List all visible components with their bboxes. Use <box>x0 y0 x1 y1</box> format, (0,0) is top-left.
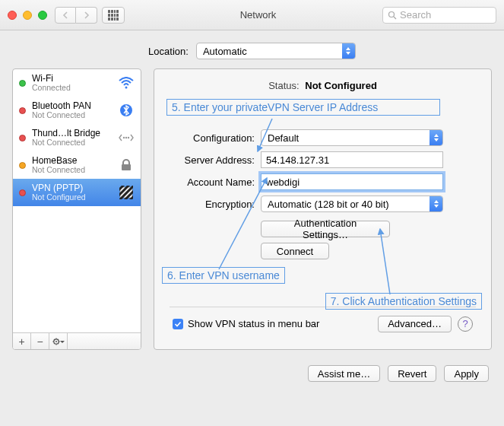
server-address-row: Server Address: <box>170 151 476 168</box>
encryption-label: Encryption: <box>170 199 255 210</box>
svg-line-1 <box>394 17 396 19</box>
help-button[interactable]: ? <box>458 316 473 332</box>
add-service-button[interactable]: + <box>13 333 31 349</box>
sidebar-toolbar: + − <box>13 332 141 349</box>
chevron-right-icon <box>83 11 90 19</box>
nav-buttons <box>55 7 97 24</box>
show-vpn-menubar-checkbox[interactable]: Show VPN status in menu bar <box>173 318 319 329</box>
status-value: Not Configured <box>305 80 377 91</box>
service-item-vpn-pptp-[interactable]: VPN (PPTP)Not Configured <box>13 179 141 206</box>
gear-icon <box>52 337 65 346</box>
service-item-thund-lt-bridge[interactable]: Thund…lt BridgeNot Connected <box>13 124 141 151</box>
thunderbolt-icon <box>118 132 135 144</box>
service-item-homebase[interactable]: HomeBaseNot Connected <box>13 151 141 179</box>
detail-bottom-bar: Show VPN status in menu bar Advanced… ? <box>170 307 476 340</box>
account-name-input[interactable] <box>261 173 443 190</box>
back-button[interactable] <box>55 7 76 24</box>
search-field[interactable]: Search <box>382 7 496 24</box>
service-status: Not Connected <box>32 166 112 175</box>
select-arrows-icon <box>430 130 442 145</box>
svg-line-23 <box>58 339 59 340</box>
minimize-window-button[interactable] <box>23 11 32 20</box>
location-row: Location: Automatic <box>0 30 504 68</box>
server-address-label: Server Address: <box>170 154 255 166</box>
service-name: Bluetooth PAN <box>32 101 112 111</box>
close-window-button[interactable] <box>8 11 17 20</box>
svg-point-5 <box>125 137 127 138</box>
status-dot-icon <box>19 162 26 169</box>
chevron-left-icon <box>62 11 69 19</box>
svg-line-20 <box>54 339 55 340</box>
status-row: Status: Not Configured <box>170 80 476 91</box>
show-vpn-menubar-label: Show VPN status in menu bar <box>188 318 319 329</box>
advanced-button[interactable]: Advanced… <box>378 316 452 332</box>
svg-point-0 <box>389 11 395 17</box>
svg-line-21 <box>58 343 59 344</box>
window-title: Network <box>134 9 382 21</box>
grid-icon <box>108 10 119 21</box>
checkbox-checked-icon <box>173 319 183 329</box>
svg-point-6 <box>128 137 129 138</box>
main-area: Wi-FiConnectedBluetooth PANNot Connected… <box>0 68 504 358</box>
svg-point-15 <box>55 341 57 342</box>
search-placeholder: Search <box>400 9 431 21</box>
svg-point-2 <box>125 87 128 89</box>
service-item-wi-fi[interactable]: Wi-FiConnected <box>13 69 141 97</box>
service-name: Wi-Fi <box>32 74 112 84</box>
service-status: Not Configured <box>32 193 112 202</box>
annotation-step5: 5. Enter your privateVPN Server IP Addre… <box>166 99 440 116</box>
footer: Assist me… Revert Apply <box>0 358 504 389</box>
service-name: HomeBase <box>32 156 112 166</box>
svg-rect-7 <box>122 164 131 170</box>
status-label: Status: <box>268 80 299 91</box>
configuration-select[interactable]: Default <box>261 129 443 146</box>
configuration-label: Configuration: <box>170 132 255 144</box>
service-name: VPN (PPTP) <box>32 183 112 193</box>
status-dot-icon <box>19 107 26 114</box>
apply-button[interactable]: Apply <box>444 365 489 382</box>
location-label: Location: <box>148 46 189 57</box>
configuration-value: Default <box>262 132 430 144</box>
detail-panel: Status: Not Configured 5. Enter your pri… <box>154 68 492 350</box>
annotation-step7: 7. Click Authentication Settings <box>325 293 482 310</box>
assist-me-button[interactable]: Assist me… <box>308 365 380 382</box>
service-status: Not Connected <box>32 138 112 148</box>
location-select[interactable]: Automatic <box>196 43 356 59</box>
encryption-select[interactable]: Automatic (128 bit or 40 bit) <box>261 196 443 212</box>
svg-point-4 <box>123 137 125 138</box>
svg-line-22 <box>54 343 55 344</box>
service-status: Connected <box>32 84 112 93</box>
window-controls <box>8 11 47 20</box>
service-item-bluetooth-pan[interactable]: Bluetooth PANNot Connected <box>13 97 141 124</box>
server-address-input[interactable] <box>261 151 443 168</box>
location-value: Automatic <box>197 46 342 57</box>
services-sidebar: Wi-FiConnectedBluetooth PANNot Connected… <box>12 68 141 350</box>
account-name-label: Account Name: <box>170 176 255 188</box>
status-dot-icon <box>19 135 26 141</box>
select-arrows-icon <box>342 43 355 59</box>
connect-button[interactable]: Connect <box>261 243 329 259</box>
status-dot-icon <box>19 189 26 196</box>
svg-line-25 <box>219 178 267 269</box>
show-all-button[interactable] <box>102 7 125 24</box>
encryption-row: Encryption: Automatic (128 bit or 40 bit… <box>170 196 476 212</box>
auth-settings-button[interactable]: Authentication Settings… <box>261 221 390 237</box>
service-name: Thund…lt Bridge <box>32 129 112 138</box>
revert-button[interactable]: Revert <box>388 365 436 382</box>
forward-button[interactable] <box>76 7 97 24</box>
encryption-value: Automatic (128 bit or 40 bit) <box>262 199 430 210</box>
stripes-icon <box>118 186 135 199</box>
bluetooth-icon <box>118 103 135 117</box>
remove-service-button[interactable]: − <box>31 333 49 349</box>
svg-line-26 <box>380 229 390 294</box>
search-icon <box>388 11 397 20</box>
service-actions-button[interactable] <box>49 333 68 349</box>
network-preferences-window: Network Search Location: Automatic Wi-Fi… <box>0 0 504 426</box>
zoom-window-button[interactable] <box>38 11 47 20</box>
wifi-icon <box>118 77 135 89</box>
select-arrows-icon <box>430 196 442 211</box>
annotation-step6: 6. Enter VPN username <box>162 267 285 284</box>
titlebar: Network Search <box>0 0 504 30</box>
configuration-row: Configuration: Default <box>170 129 476 146</box>
status-dot-icon <box>19 80 26 87</box>
